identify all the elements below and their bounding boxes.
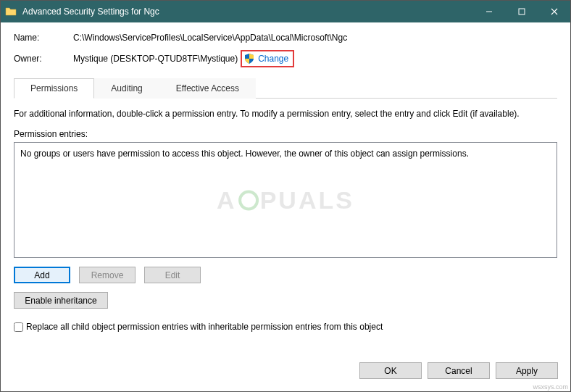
close-button[interactable] bbox=[538, 1, 570, 22]
cancel-button[interactable]: Cancel bbox=[428, 362, 490, 379]
dialog-footer: OK Cancel Apply bbox=[359, 362, 558, 379]
svg-rect-1 bbox=[519, 9, 525, 14]
tab-bar: Permissions Auditing Effective Access bbox=[14, 78, 557, 99]
ok-button[interactable]: OK bbox=[359, 362, 422, 379]
folder-icon bbox=[5, 6, 17, 17]
tab-auditing[interactable]: Auditing bbox=[94, 78, 159, 99]
owner-row: Owner: Mystique (DESKTOP-QTUD8TF\Mystiqu… bbox=[14, 50, 557, 67]
shield-icon bbox=[243, 53, 255, 64]
remove-button: Remove bbox=[79, 267, 136, 283]
edit-button: Edit bbox=[144, 267, 201, 283]
name-value: C:\Windows\ServiceProfiles\LocalService\… bbox=[73, 33, 347, 43]
entries-empty-message: No groups or users have permission to ac… bbox=[20, 149, 469, 159]
window-title: Advanced Security Settings for Ngc bbox=[22, 7, 472, 17]
entries-label: Permission entries: bbox=[14, 129, 557, 139]
entry-buttons: Add Remove Edit bbox=[14, 267, 557, 283]
info-text: For additional information, double-click… bbox=[14, 109, 557, 119]
dialog-content: Name: C:\Windows\ServiceProfiles\LocalSe… bbox=[1, 22, 570, 339]
enable-inheritance-button[interactable]: Enable inheritance bbox=[14, 292, 108, 309]
owner-value: Mystique (DESKTOP-QTUD8TF\Mystique) bbox=[73, 54, 238, 64]
permission-entries-list[interactable]: No groups or users have permission to ac… bbox=[14, 142, 557, 258]
maximize-button[interactable] bbox=[505, 1, 538, 22]
add-button[interactable]: Add bbox=[14, 267, 70, 283]
replace-checkbox-label[interactable]: Replace all child object permission entr… bbox=[26, 322, 383, 332]
minimize-button[interactable] bbox=[472, 1, 505, 22]
change-highlight: Change bbox=[241, 50, 294, 67]
replace-checkbox-row: Replace all child object permission entr… bbox=[14, 322, 557, 332]
inheritance-row: Enable inheritance bbox=[14, 292, 557, 309]
tab-effective-access[interactable]: Effective Access bbox=[159, 78, 256, 99]
name-row: Name: C:\Windows\ServiceProfiles\LocalSe… bbox=[14, 33, 557, 43]
owner-label: Owner: bbox=[14, 54, 73, 64]
replace-checkbox[interactable] bbox=[14, 322, 23, 332]
gear-icon bbox=[238, 190, 259, 210]
name-label: Name: bbox=[14, 33, 73, 43]
apply-button[interactable]: Apply bbox=[496, 362, 558, 379]
watermark: A PUALS bbox=[217, 186, 354, 214]
change-owner-link[interactable]: Change bbox=[258, 54, 288, 64]
tab-permissions[interactable]: Permissions bbox=[14, 78, 94, 99]
titlebar: Advanced Security Settings for Ngc bbox=[1, 1, 570, 22]
source-watermark: wsxsys.com bbox=[533, 383, 568, 391]
